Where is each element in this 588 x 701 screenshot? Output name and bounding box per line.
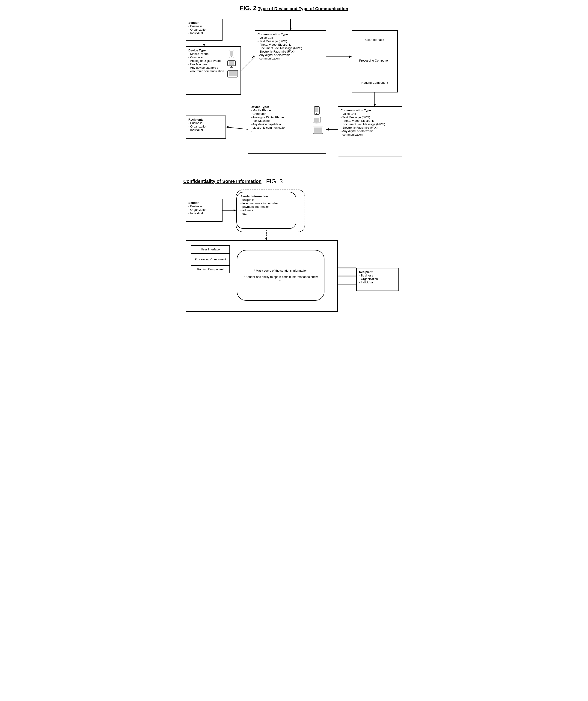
svg-marker-5 [289, 28, 292, 30]
fig2-comm-type-bottom-box: Communication Type: - Voice Call - Text … [338, 106, 402, 157]
svg-marker-35 [234, 209, 236, 211]
svg-line-12 [226, 127, 248, 130]
fig3-title: Confidentiality of Some Information [183, 179, 262, 184]
fig2-comm-bottom-item-5: - Any digital or electronic [341, 130, 399, 133]
fig3-sender-info-item-1: - unique id [241, 198, 292, 202]
fig3-recipient-box: Recipient - Business - Organization - In… [356, 268, 399, 291]
fig3-recipient-label: Recipient [359, 270, 396, 274]
fig2-comm-bottom-item-5b: communication [341, 133, 399, 136]
fig2-device-top-item-5b: electronic communication [189, 69, 224, 73]
fig2-recipient-item-3: - Individual [189, 128, 223, 132]
fig3-sender-info-item-3: - payment information [241, 205, 292, 208]
svg-line-2 [241, 57, 255, 70]
fig2-sender-item-1: - Business [189, 24, 220, 28]
fig3-processing-component: Processing Component [191, 253, 230, 265]
tablet-icon [227, 70, 238, 78]
fig2-label: FIG. 2 [240, 5, 256, 12]
fig2-comm-type-top-box: Communication Type: - Voice Call - Text … [255, 30, 326, 83]
svg-marker-9 [373, 104, 376, 106]
fig2-device-top-item-5: - Any device capable of [189, 66, 224, 69]
fig3-mask-box: * Mask some of the sender's Information … [237, 250, 324, 301]
fig2-title: FIG. 2 Type of Device and Type of Commun… [183, 5, 405, 12]
fig3-sender-item-2: - Organization [189, 208, 220, 211]
fig3-sender-box: Sender: - Business - Organization - Indi… [186, 199, 223, 222]
fig3-sender-info-item-2: - telecommunication number [241, 202, 292, 205]
fig2-comm-top-label: Communication Type: [258, 32, 323, 36]
fig3-sender-info-item-5: - etc. [241, 212, 292, 215]
fig2-recipient-item-1: - Business [189, 121, 223, 125]
fig2-recipient-item-2: - Organization [189, 125, 223, 128]
fig2-device-top-item-2: - Computer [189, 55, 224, 59]
svg-marker-3 [252, 55, 255, 58]
fig2-device-bottom-item-5: - Any device capable of [251, 123, 286, 126]
fig2-device-bottom-dash: - [251, 130, 286, 133]
fig2-subtitle: Type of Device and Type of Communication [258, 6, 348, 11]
fig2-device-top-dash: - [189, 73, 224, 76]
svg-marker-37 [265, 238, 268, 240]
fig2-device-bottom-item-4: - Fax Machine [251, 119, 286, 123]
fig3-sender-info-item-4: - address [241, 208, 292, 212]
svg-rect-24 [229, 71, 237, 76]
svg-point-27 [316, 113, 317, 114]
fig3-label: FIG. 3 [266, 178, 283, 185]
svg-rect-17 [230, 51, 233, 55]
fig2-comm-top-item-2: - Text Message (SMS) [258, 39, 323, 43]
svg-rect-33 [314, 128, 322, 133]
fig3-sender-item-1: - Business [189, 205, 220, 208]
fig2-comm-bottom-item-1: - Voice Call [341, 112, 399, 115]
fig2-device-bottom-item-5b: electronic communication [251, 126, 286, 130]
fig3-diagram: Sender: - Business - Organization - Indi… [183, 190, 405, 319]
svg-marker-11 [326, 128, 329, 131]
svg-marker-7 [349, 55, 352, 58]
fig3-mask-line2: * Sender has ability to opt-in certain i… [242, 275, 319, 282]
fig2-device-bottom-item-1: - Mobile Phone [251, 108, 286, 112]
fig3-mask-line1: * Mask some of the sender's Information [254, 269, 307, 272]
phone-icon [227, 50, 236, 58]
fig2-device-type-top-box: Device Type: - Mobile Phone - Computer -… [186, 46, 241, 95]
fig2-comm-bottom-label: Communication Type: [341, 108, 399, 112]
fig2-sender-box: Sender: - Business - Organization - Indi… [186, 19, 223, 41]
fig2-comm-top-item-3b: Document Text Message (MMS) [258, 46, 323, 50]
fig3-ui-component: User Interface [191, 245, 230, 253]
fig2-comm-bottom-item-3: - Photo, Video, Electronic [341, 119, 399, 123]
svg-rect-26 [315, 107, 318, 112]
fig2-device-bottom-item-2: - Computer [251, 112, 286, 115]
tablet-icon-2 [312, 127, 323, 134]
fig2-comm-top-item-5b: communication [258, 57, 323, 60]
fig3-recipient-item-2: - Organization [359, 277, 396, 281]
fig2-device-bottom-label: Device Type: [251, 105, 286, 108]
svg-point-18 [231, 56, 232, 57]
fig3-sender-info-label: Sender Information [241, 195, 292, 198]
monitor-icon [227, 60, 236, 68]
fig2-ui-component: User Interface [352, 31, 397, 49]
fig3-main-box: User Interface Processing Component Rout… [186, 240, 338, 312]
svg-marker-1 [203, 44, 205, 46]
fig2-device-top-item-3: - Analog or Digital Phone [189, 59, 224, 62]
fig2-sender-item-3: - Individual [189, 31, 220, 35]
fig2-device-top-item-4: - Fax Machine [189, 62, 224, 66]
fig3-sender-item-3: - Individual [189, 211, 220, 215]
fig2-device-top-item-1: - Mobile Phone [189, 52, 224, 55]
fig2-comm-bottom-item-3b: Document Text Message (MMS) [341, 123, 399, 126]
fig2-comm-top-item-3: - Photo, Video, Electronic [258, 43, 323, 46]
fig2-comm-top-item-4: - Electronic Facsimile (FAX) [258, 50, 323, 53]
svg-rect-20 [229, 61, 234, 65]
fig2-device-type-bottom-box: Device Type: - Mobile Phone - Computer -… [248, 103, 326, 154]
fig3-routing-component: Routing Component [191, 265, 230, 273]
fig3-section: Confidentiality of Some Information FIG.… [183, 178, 405, 319]
fig3-ui-stack: User Interface Processing Component Rout… [191, 245, 230, 273]
fig3-recipient-item-1: - Business [359, 274, 396, 277]
svg-rect-29 [314, 118, 319, 122]
fig2-routing-component: Routing Component [352, 72, 397, 93]
fig2-processing-component: Processing Component [352, 49, 397, 72]
fig3-recipient-item-3: - Individual [359, 281, 396, 284]
fig2-recipient-box: Recipient: - Business - Organization - I… [186, 115, 226, 139]
phone-icon-2 [312, 106, 321, 115]
fig3-header: Confidentiality of Some Information FIG.… [183, 178, 405, 185]
fig2-comm-bottom-item-4: - Electronic Facsimile (FAX) [341, 126, 399, 130]
fig2-sender-label: Sender: [189, 21, 220, 24]
fig2-device-type-top-label: Device Type: [189, 49, 224, 52]
fig2-comm-top-item-5: - Any digital or electronic [258, 53, 323, 57]
fig2-comm-top-item-1: - Voice Call [258, 36, 323, 39]
fig2-comm-bottom-item-2: - Text Message (SMS) [341, 115, 399, 119]
